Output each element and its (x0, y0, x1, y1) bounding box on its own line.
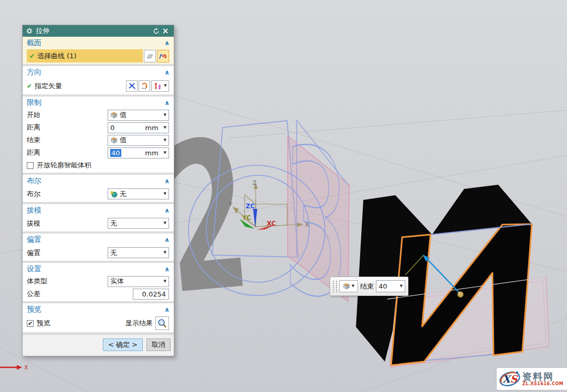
group-offset-header[interactable]: 偏置 ∧ (23, 234, 174, 246)
magnifier-icon (157, 318, 167, 329)
sketch-section-button[interactable] (157, 50, 169, 62)
open-profile-checkbox[interactable] (27, 162, 34, 169)
dropdown-caret-icon: ▼ (164, 280, 166, 283)
select-curve-label: 选择曲线 (1) (37, 51, 77, 61)
end-limit-option-button[interactable]: ▼ (339, 280, 358, 292)
close-button[interactable]: × (161, 26, 170, 36)
boolean-none-icon (110, 190, 118, 198)
extrude-dialog: 拉伸 × 截面 ∧ ✔ 选择曲线 (1) 方向 ∧ (22, 25, 174, 356)
chevron-up-icon[interactable]: ∧ (164, 237, 170, 243)
show-result-button[interactable] (155, 316, 169, 330)
cube-icon (110, 112, 118, 119)
offset-label: 偏置 (27, 248, 108, 258)
draft-dropdown[interactable]: 无 ▼ (108, 218, 169, 229)
dropdown-caret-icon: ▼ (352, 284, 354, 288)
body-type-dropdown[interactable]: 实体 ▼ (108, 276, 169, 287)
group-limits-title: 限制 (27, 98, 164, 108)
wcs-label-zc: ZC (246, 203, 255, 210)
start-dropdown[interactable]: 值 ▼ (108, 110, 169, 121)
chevron-up-icon[interactable]: ∧ (164, 306, 170, 313)
group-section-header[interactable]: 截面 ∧ (23, 37, 174, 49)
group-draft-header[interactable]: 拔模 ∧ (23, 204, 174, 216)
select-curve-field[interactable]: ✔ 选择曲线 (1) (27, 49, 143, 62)
specify-vector-row: ✔ 指定矢量 ▼ (23, 78, 174, 93)
chevron-up-icon[interactable]: ∧ (164, 69, 170, 76)
dropdown-caret-icon: ▼ (164, 192, 166, 196)
boolean-dropdown[interactable]: 无 ▼ (108, 188, 169, 199)
start-distance-unit[interactable]: mm (145, 124, 158, 132)
cube-icon (343, 283, 350, 290)
watermark-logo: XS (498, 369, 521, 389)
vector-arrows-icon (153, 82, 163, 90)
dropdown-caret-icon: ▼ (164, 151, 166, 155)
end-distance-unit[interactable]: mm (145, 149, 158, 157)
cube-icon (110, 137, 118, 144)
group-section-title: 截面 (27, 38, 164, 48)
boolean-value: 无 (120, 189, 164, 199)
group-preview-header[interactable]: 预览 ∧ (23, 303, 174, 315)
group-settings: 设置 ∧ 体类型 实体 ▼ 公差 0.0254 (23, 263, 174, 301)
chevron-up-icon[interactable]: ∧ (164, 40, 170, 46)
select-face-button[interactable] (144, 50, 156, 62)
chevron-up-icon[interactable]: ∧ (164, 100, 170, 106)
cancel-button[interactable]: 取消 (146, 338, 171, 351)
toolbar-drag-handle[interactable] (333, 281, 337, 292)
chevron-up-icon[interactable]: ∧ (164, 178, 170, 184)
dropdown-caret-icon: ▼ (164, 221, 166, 225)
end-limit-label: 结束 (360, 282, 374, 291)
group-preview-title: 预览 (27, 305, 164, 314)
chevron-up-icon[interactable]: ∧ (164, 207, 170, 214)
end-distance-value[interactable]: 40 (110, 149, 121, 157)
tolerance-input[interactable]: 0.0254 (133, 289, 169, 300)
dialog-titlebar[interactable]: 拉伸 × (23, 25, 174, 37)
ok-button[interactable]: < 确定 > (103, 338, 143, 351)
chevron-up-icon[interactable]: ∧ (164, 266, 170, 272)
vector-dialog-button[interactable]: ▼ (151, 80, 169, 92)
watermark: XS 资料网 ZL.XS1616.COM (497, 368, 567, 390)
crossing-axes-icon (128, 82, 136, 90)
group-settings-header[interactable]: 设置 ∧ (23, 263, 174, 275)
group-offset: 偏置 ∧ 偏置 无 ▼ (23, 234, 174, 261)
start-distance-input[interactable]: 0 mm ▼ (108, 122, 169, 133)
group-section: 截面 ∧ ✔ 选择曲线 (1) (23, 37, 174, 64)
preview-checkbox[interactable]: ✔ (27, 320, 34, 327)
boolean-label: 布尔 (27, 189, 108, 199)
draft-label: 拔模 (27, 219, 108, 228)
reverse-direction-button[interactable] (139, 80, 150, 92)
axis-label-x: X (305, 221, 309, 228)
axis-label-z: Z (253, 179, 257, 186)
group-direction-title: 方向 (27, 68, 164, 77)
open-profile-label: 开放轮廓智能体积 (37, 161, 91, 170)
watermark-site-name: 资料网 (522, 372, 563, 382)
group-direction: 方向 ∧ ✔ 指定矢量 ▼ (23, 66, 174, 94)
wcs-label-xc: XC (267, 220, 276, 227)
group-preview: 预览 ∧ ✔ 预览 显示结果 (23, 303, 174, 332)
wcs-label-yc: YC (242, 214, 251, 221)
group-boolean-header[interactable]: 布尔 ∧ (23, 175, 174, 187)
reset-button[interactable] (151, 28, 161, 35)
end-label: 结束 (27, 135, 108, 145)
watermark-site-url: ZL.XS1616.COM (522, 382, 563, 386)
dropdown-caret-icon: ▼ (164, 84, 166, 88)
start-distance-label: 距离 (27, 123, 108, 132)
group-boolean-title: 布尔 (27, 176, 164, 186)
reset-icon (153, 28, 160, 35)
end-distance-input[interactable]: 40 mm ▼ (108, 147, 169, 158)
dropdown-caret-icon: ▼ (164, 139, 166, 142)
drag-handle-ball-highlight (458, 292, 460, 294)
start-value: 值 (120, 110, 164, 120)
svg-text:XS: XS (502, 373, 519, 385)
preview-row: ✔ 预览 显示结果 (23, 315, 174, 331)
group-direction-header[interactable]: 方向 ∧ (23, 66, 174, 78)
offset-dropdown[interactable]: 无 ▼ (108, 247, 169, 258)
reverse-arrow-icon (141, 82, 149, 90)
check-icon: ✔ (29, 52, 35, 60)
face-icon (146, 52, 154, 60)
drag-handle-ball[interactable] (458, 292, 464, 298)
start-row: 开始 值 ▼ (23, 109, 174, 121)
inferred-vector-button[interactable] (126, 80, 138, 92)
group-limits-header[interactable]: 限制 ∧ (23, 97, 174, 109)
end-limit-input[interactable]: 40 ▼ (376, 280, 405, 292)
end-dropdown[interactable]: 值 ▼ (108, 135, 169, 146)
direction-vector-arrow[interactable] (426, 258, 460, 293)
